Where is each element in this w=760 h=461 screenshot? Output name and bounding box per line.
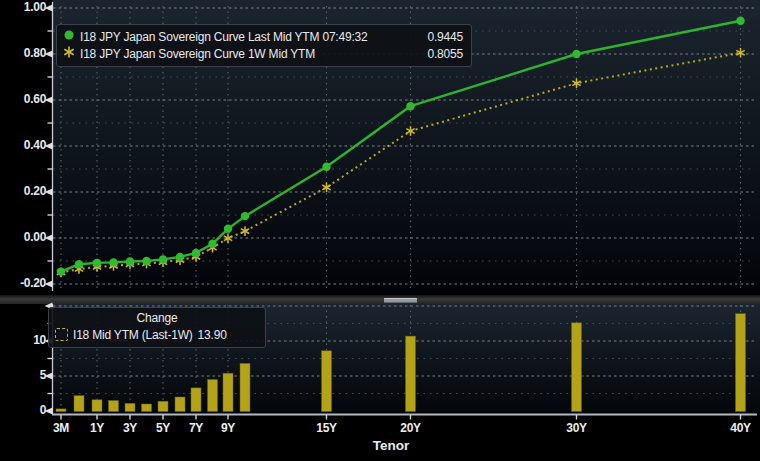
last-curve-point: [241, 212, 249, 220]
change-bar: [223, 373, 233, 411]
last-curve-point: [159, 255, 167, 263]
last-curve-point: [224, 225, 232, 233]
asterisk-marker-icon: [63, 46, 75, 61]
last-curve-point: [93, 259, 101, 267]
legend-row-1w[interactable]: I18 JPY Japan Sovereign Curve 1W Mid YTM…: [63, 45, 463, 62]
legend-label-1w: I18 JPY Japan Sovereign Curve 1W Mid YTM: [80, 47, 315, 61]
y-tick-arrow: [45, 408, 53, 415]
last-curve-point: [192, 249, 200, 257]
last-curve-point: [208, 240, 216, 248]
y-tick-arrow: [45, 281, 53, 288]
legend-value-1w: 0.8055: [419, 47, 463, 61]
y-tick-arrow: [45, 143, 53, 150]
change-bar: [406, 336, 416, 411]
legend-value-change: 13.90: [198, 328, 227, 342]
last-curve-point: [406, 102, 414, 110]
terminal-chart-window: 1.000.800.600.400.200.00-0.2010503M1Y3Y5…: [0, 0, 760, 461]
last-curve-point: [109, 258, 117, 266]
curve-legend[interactable]: I18 JPY Japan Sovereign Curve Last Mid Y…: [56, 24, 472, 67]
change-bar: [142, 404, 152, 412]
change-bar: [322, 351, 332, 412]
change-bar: [158, 401, 168, 411]
change-bar: [56, 409, 66, 412]
change-legend-title: Change: [55, 310, 259, 326]
change-bar: [736, 314, 746, 412]
change-bar: [92, 400, 102, 412]
y-tick-arrow: [45, 51, 53, 58]
last-curve-point: [736, 17, 744, 25]
last-curve-point: [75, 260, 83, 268]
legend-row-change[interactable]: I18 Mid YTM (Last-1W) 13.90: [55, 326, 259, 343]
y-tick-arrow: [45, 235, 53, 242]
change-legend[interactable]: Change I18 Mid YTM (Last-1W) 13.90: [48, 307, 266, 348]
y-tick-arrow: [45, 189, 53, 196]
y-tick-arrow: [45, 373, 53, 380]
y-tick-arrow: [45, 97, 53, 104]
last-curve-point: [176, 253, 184, 261]
y-tick-arrow: [45, 5, 53, 12]
change-bar: [74, 396, 84, 412]
last-curve-point: [322, 163, 330, 171]
legend-row-last[interactable]: I18 JPY Japan Sovereign Curve Last Mid Y…: [63, 28, 463, 45]
legend-label-last: I18 JPY Japan Sovereign Curve Last Mid Y…: [80, 30, 368, 44]
change-bar: [125, 403, 135, 411]
last-curve-point: [572, 50, 580, 58]
change-bar: [109, 401, 119, 412]
change-bar: [572, 323, 582, 412]
legend-label-change: I18 Mid YTM (Last-1W): [73, 328, 193, 342]
chart-canvas: [0, 0, 760, 461]
last-curve-point: [126, 257, 134, 265]
legend-value-last: 0.9445: [419, 30, 463, 44]
change-bar: [191, 388, 201, 412]
change-bar: [240, 363, 250, 411]
1w-curve: [61, 53, 741, 273]
last-curve-point: [142, 257, 150, 265]
change-bar: [208, 380, 218, 412]
x-axis-title: Tenor: [350, 438, 432, 453]
change-series-icon: [55, 328, 68, 341]
change-bar: [175, 397, 185, 412]
last-curve-point: [57, 267, 65, 275]
circle-marker-icon: [63, 29, 75, 44]
